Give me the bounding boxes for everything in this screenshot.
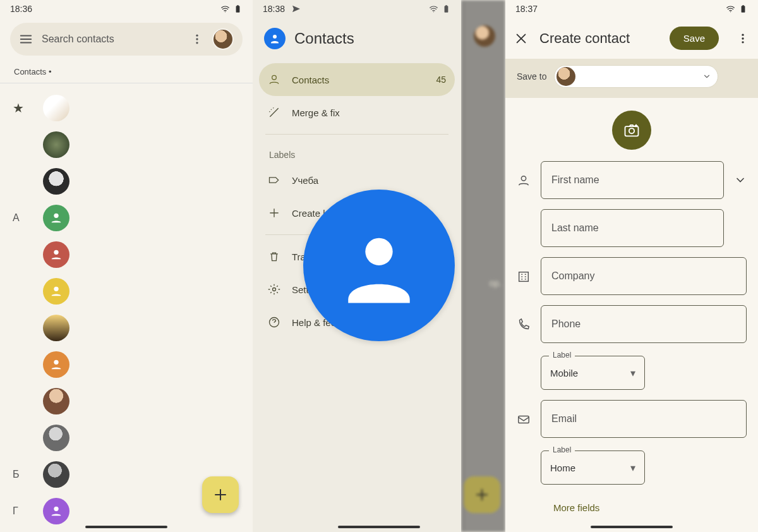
svg-rect-16 (742, 6, 745, 12)
list-item[interactable] (6, 529, 246, 532)
svg-point-18 (742, 33, 743, 35)
battery-icon (738, 4, 748, 13)
svg-point-3 (196, 38, 198, 40)
svg-rect-25 (519, 416, 529, 423)
drawer-item-label: Учеба (292, 175, 318, 186)
list-item[interactable] (6, 346, 246, 383)
email-label-selector[interactable]: Label Home ▾ (541, 450, 645, 485)
svg-point-6 (54, 250, 58, 255)
search-bar[interactable]: Search contacts (10, 23, 243, 56)
contact-avatar (43, 168, 69, 195)
gesture-handle[interactable] (253, 526, 505, 528)
more-fields-link[interactable]: More fields (517, 495, 747, 513)
gear-icon (268, 283, 280, 296)
status-bar: 18:37 (505, 0, 758, 18)
labels-header: Labels (253, 140, 461, 164)
drawer-scrim[interactable]: op. (461, 0, 505, 532)
svg-point-22 (629, 128, 634, 133)
contact-avatar (43, 205, 69, 231)
status-icons (429, 4, 451, 13)
close-icon[interactable] (514, 32, 528, 45)
svg-point-8 (54, 360, 58, 365)
svg-point-19 (742, 37, 743, 39)
section-letter: Б (13, 469, 24, 480)
save-button[interactable]: Save (670, 27, 719, 50)
drawer-item-contacts[interactable]: Contacts 45 (259, 63, 455, 96)
list-item[interactable]: ★ (6, 90, 246, 126)
phone-field[interactable]: Phone (541, 305, 747, 343)
svg-rect-11 (445, 5, 447, 6)
phone-label-selector[interactable]: Label Mobile ▾ (541, 356, 645, 390)
add-contact-fab[interactable] (202, 476, 239, 513)
star-icon: ★ (13, 100, 24, 116)
gesture-handle[interactable] (505, 526, 758, 528)
svg-rect-0 (236, 6, 240, 12)
add-photo-button[interactable] (612, 111, 651, 150)
more-icon[interactable] (191, 33, 203, 45)
svg-point-2 (196, 35, 198, 37)
contacts-filter-label[interactable]: Contacts • (0, 61, 253, 83)
svg-point-20 (742, 41, 743, 43)
drawer-item-merge[interactable]: Merge & fix (259, 96, 455, 129)
label-icon (268, 174, 280, 186)
scrim-text: op. (490, 278, 502, 288)
status-bar: 18:38 (253, 0, 461, 18)
trash-icon (268, 250, 280, 263)
status-icons (220, 4, 243, 13)
wifi-icon (220, 4, 230, 13)
drawer-header: Contacts (253, 18, 461, 63)
first-name-field[interactable]: First name (541, 161, 724, 199)
contact-list[interactable]: ★ A (0, 87, 253, 532)
svg-point-26 (365, 238, 392, 265)
gesture-handle[interactable] (0, 526, 253, 528)
chevron-down-icon[interactable] (734, 174, 747, 186)
contact-avatar (43, 95, 69, 121)
contacts-app-icon (303, 190, 455, 341)
contact-avatar (43, 131, 69, 158)
clock: 18:37 (515, 4, 538, 14)
clock: 18:38 (263, 4, 285, 14)
chevron-down-icon (702, 72, 711, 81)
section-letter: Г (13, 505, 24, 517)
list-item[interactable] (6, 163, 246, 200)
svg-rect-24 (519, 272, 529, 282)
battery-icon (442, 4, 451, 13)
app-title: Contacts (294, 30, 354, 47)
field-legend: Label (549, 351, 575, 360)
list-item[interactable] (6, 310, 246, 346)
email-field[interactable]: Email (541, 400, 747, 438)
wifi-icon (726, 4, 735, 13)
create-header: Create contact Save (505, 18, 758, 59)
account-selector[interactable] (554, 65, 718, 88)
clock: 18:36 (10, 4, 32, 14)
list-item[interactable] (6, 420, 246, 456)
contacts-count: 45 (436, 75, 446, 85)
more-icon[interactable] (737, 32, 749, 45)
list-item[interactable] (6, 126, 246, 163)
svg-point-23 (521, 176, 526, 181)
list-item[interactable]: A (6, 200, 246, 236)
search-placeholder: Search contacts (42, 33, 182, 45)
list-item[interactable] (6, 236, 246, 273)
list-item[interactable] (6, 273, 246, 310)
hamburger-icon[interactable] (19, 32, 33, 46)
battery-icon (233, 4, 243, 13)
selected-value: Mobile (550, 368, 578, 378)
contact-avatar (43, 351, 69, 378)
svg-point-4 (196, 42, 198, 44)
last-name-field[interactable]: Last name (541, 209, 724, 247)
help-icon (268, 316, 280, 329)
camera-plus-icon (623, 121, 641, 139)
phone-icon (517, 318, 531, 332)
company-field[interactable]: Company (541, 257, 747, 295)
add-contact-fab (464, 476, 500, 513)
drawer-item-label[interactable]: Учеба (259, 164, 455, 196)
plus-icon (268, 207, 280, 219)
section-letter: A (13, 212, 24, 224)
selected-value: Home (550, 462, 575, 473)
list-item[interactable] (6, 383, 246, 420)
plus-icon (213, 487, 228, 502)
profile-avatar[interactable] (212, 28, 234, 50)
contact-avatar (43, 278, 69, 305)
form: First name Last name Company Phone Label… (505, 156, 758, 518)
